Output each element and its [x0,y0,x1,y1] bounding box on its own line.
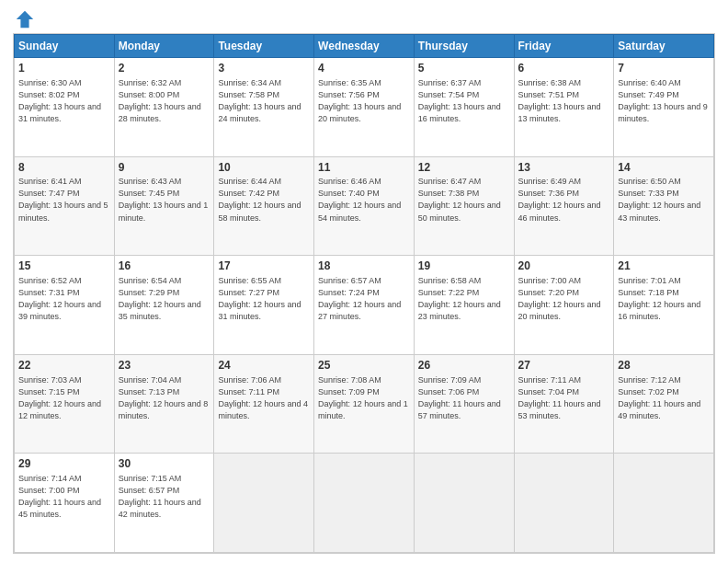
header [13,9,715,28]
day-number: 4 [318,61,410,76]
day-info: Sunrise: 6:55 AMSunset: 7:27 PMDaylight:… [218,275,310,323]
day-number: 18 [318,259,410,274]
table-row [514,454,614,553]
day-number: 24 [218,358,310,373]
day-info: Sunrise: 7:06 AMSunset: 7:11 PMDaylight:… [218,374,310,422]
calendar-day-header: Sunday [15,35,115,58]
day-number: 6 [518,61,610,76]
day-number: 13 [518,160,610,176]
table-row: 11Sunrise: 6:46 AMSunset: 7:40 PMDayligh… [314,156,415,256]
table-row: 19Sunrise: 6:58 AMSunset: 7:22 PMDayligh… [414,256,514,355]
day-info: Sunrise: 6:46 AMSunset: 7:40 PMDaylight:… [318,176,410,224]
day-info: Sunrise: 7:12 AMSunset: 7:02 PMDaylight:… [618,374,710,422]
day-number: 22 [18,358,110,373]
day-number: 7 [618,61,710,76]
table-row [214,454,314,553]
day-number: 20 [518,259,610,274]
day-info: Sunrise: 7:11 AMSunset: 7:04 PMDaylight:… [518,374,610,422]
table-row: 17Sunrise: 6:55 AMSunset: 7:27 PMDayligh… [214,256,314,355]
day-info: Sunrise: 7:08 AMSunset: 7:09 PMDaylight:… [318,374,410,422]
day-info: Sunrise: 6:47 AMSunset: 7:38 PMDaylight:… [418,176,510,224]
table-row [414,454,514,553]
day-info: Sunrise: 6:54 AMSunset: 7:29 PMDaylight:… [119,275,210,323]
table-row: 27Sunrise: 7:11 AMSunset: 7:04 PMDayligh… [514,354,614,454]
day-number: 12 [418,160,510,176]
table-row: 25Sunrise: 7:08 AMSunset: 7:09 PMDayligh… [314,354,415,454]
day-number: 9 [119,160,210,176]
calendar: SundayMondayTuesdayWednesdayThursdayFrid… [13,33,715,554]
day-info: Sunrise: 6:52 AMSunset: 7:31 PMDaylight:… [18,275,110,323]
day-number: 28 [618,358,710,373]
day-info: Sunrise: 6:37 AMSunset: 7:54 PMDaylight:… [418,77,510,125]
table-row: 1Sunrise: 6:30 AMSunset: 8:02 PMDaylight… [15,58,115,157]
day-info: Sunrise: 6:32 AMSunset: 8:00 PMDaylight:… [119,77,210,125]
table-row: 20Sunrise: 7:00 AMSunset: 7:20 PMDayligh… [514,256,614,355]
calendar-day-header: Monday [114,35,214,58]
day-info: Sunrise: 6:41 AMSunset: 7:47 PMDaylight:… [18,176,110,224]
day-number: 10 [218,160,310,176]
table-row: 3Sunrise: 6:34 AMSunset: 7:58 PMDaylight… [214,58,314,157]
table-row: 4Sunrise: 6:35 AMSunset: 7:56 PMDaylight… [314,58,415,157]
table-row: 2Sunrise: 6:32 AMSunset: 8:00 PMDaylight… [114,58,214,157]
calendar-week-row: 29Sunrise: 7:14 AMSunset: 7:00 PMDayligh… [15,454,714,553]
day-number: 1 [18,61,110,76]
table-row: 30Sunrise: 7:15 AMSunset: 6:57 PMDayligh… [114,454,214,553]
table-row: 12Sunrise: 6:47 AMSunset: 7:38 PMDayligh… [414,156,514,256]
day-info: Sunrise: 7:03 AMSunset: 7:15 PMDaylight:… [18,374,110,422]
logo-icon [15,9,35,29]
day-info: Sunrise: 7:09 AMSunset: 7:06 PMDaylight:… [418,374,510,422]
day-info: Sunrise: 6:50 AMSunset: 7:33 PMDaylight:… [618,176,710,224]
table-row: 28Sunrise: 7:12 AMSunset: 7:02 PMDayligh… [614,354,714,454]
day-info: Sunrise: 7:14 AMSunset: 7:00 PMDaylight:… [18,473,110,521]
table-row: 24Sunrise: 7:06 AMSunset: 7:11 PMDayligh… [214,354,314,454]
day-number: 16 [119,259,210,274]
calendar-day-header: Wednesday [314,35,415,58]
day-number: 8 [18,160,110,176]
day-info: Sunrise: 7:00 AMSunset: 7:20 PMDaylight:… [518,275,610,323]
table-row: 5Sunrise: 6:37 AMSunset: 7:54 PMDaylight… [414,58,514,157]
day-number: 2 [119,61,210,76]
table-row: 10Sunrise: 6:44 AMSunset: 7:42 PMDayligh… [214,156,314,256]
day-info: Sunrise: 6:58 AMSunset: 7:22 PMDaylight:… [418,275,510,323]
calendar-week-row: 22Sunrise: 7:03 AMSunset: 7:15 PMDayligh… [15,354,714,454]
day-info: Sunrise: 6:40 AMSunset: 7:49 PMDaylight:… [618,77,710,125]
calendar-week-row: 15Sunrise: 6:52 AMSunset: 7:31 PMDayligh… [15,256,714,355]
day-info: Sunrise: 6:44 AMSunset: 7:42 PMDaylight:… [218,176,310,224]
day-number: 25 [318,358,410,373]
table-row: 6Sunrise: 6:38 AMSunset: 7:51 PMDaylight… [514,58,614,157]
day-number: 17 [218,259,310,274]
day-info: Sunrise: 6:34 AMSunset: 7:58 PMDaylight:… [218,77,310,125]
day-number: 23 [119,358,210,373]
day-number: 27 [518,358,610,373]
day-info: Sunrise: 6:35 AMSunset: 7:56 PMDaylight:… [318,77,410,125]
table-row [314,454,415,553]
day-info: Sunrise: 6:57 AMSunset: 7:24 PMDaylight:… [318,275,410,323]
day-number: 19 [418,259,510,274]
day-number: 30 [119,456,210,472]
calendar-day-header: Friday [514,35,614,58]
table-row: 9Sunrise: 6:43 AMSunset: 7:45 PMDaylight… [114,156,214,256]
calendar-week-row: 8Sunrise: 6:41 AMSunset: 7:47 PMDaylight… [15,156,714,256]
table-row: 23Sunrise: 7:04 AMSunset: 7:13 PMDayligh… [114,354,214,454]
calendar-week-row: 1Sunrise: 6:30 AMSunset: 8:02 PMDaylight… [15,58,714,157]
calendar-day-header: Saturday [614,35,714,58]
svg-marker-0 [17,11,33,28]
day-info: Sunrise: 6:43 AMSunset: 7:45 PMDaylight:… [119,176,210,224]
page: SundayMondayTuesdayWednesdayThursdayFrid… [0,0,728,563]
day-info: Sunrise: 6:38 AMSunset: 7:51 PMDaylight:… [518,77,610,125]
day-number: 21 [618,259,710,274]
day-info: Sunrise: 6:30 AMSunset: 8:02 PMDaylight:… [18,77,110,125]
table-row: 15Sunrise: 6:52 AMSunset: 7:31 PMDayligh… [15,256,115,355]
day-number: 29 [18,456,110,472]
calendar-header-row: SundayMondayTuesdayWednesdayThursdayFrid… [15,35,714,58]
day-number: 3 [218,61,310,76]
table-row: 21Sunrise: 7:01 AMSunset: 7:18 PMDayligh… [614,256,714,355]
table-row: 29Sunrise: 7:14 AMSunset: 7:00 PMDayligh… [15,454,115,553]
calendar-day-header: Thursday [414,35,514,58]
table-row: 22Sunrise: 7:03 AMSunset: 7:15 PMDayligh… [15,354,115,454]
day-number: 5 [418,61,510,76]
calendar-day-header: Tuesday [214,35,314,58]
table-row: 13Sunrise: 6:49 AMSunset: 7:36 PMDayligh… [514,156,614,256]
day-info: Sunrise: 6:49 AMSunset: 7:36 PMDaylight:… [518,176,610,224]
day-info: Sunrise: 7:01 AMSunset: 7:18 PMDaylight:… [618,275,710,323]
